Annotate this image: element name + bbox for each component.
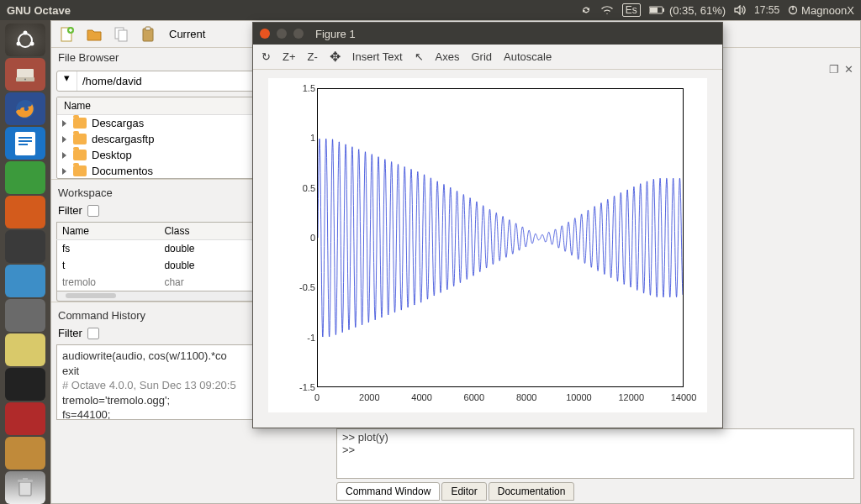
svg-rect-17 [19,482,31,496]
axes-button[interactable]: Axes [436,50,460,63]
folder-icon [73,165,87,176]
window-close-icon[interactable] [260,29,270,39]
launcher-impress[interactable] [5,196,45,228]
expand-icon[interactable] [62,152,66,159]
svg-rect-23 [119,30,127,41]
svg-rect-18 [18,480,33,482]
file-name: descargasftp [92,133,154,145]
insert-text-button[interactable]: Insert Text [352,50,403,63]
rotate-icon[interactable]: ↻ [261,50,271,63]
pointer-icon[interactable]: ↖ [415,50,424,63]
expand-icon[interactable] [62,168,66,175]
launcher-app5[interactable] [5,368,45,401]
figure-window[interactable]: Figure 1 ↻ Z+ Z- ✥ Insert Text ↖ Axes Gr… [252,22,723,428]
paste-icon[interactable] [137,24,159,45]
svg-rect-19 [23,478,28,480]
figure-title: Figure 1 [315,28,356,40]
launcher-calc[interactable] [5,161,45,194]
window-maximize-icon[interactable] [293,29,304,39]
current-dir-label: Current [169,28,205,40]
launcher-app6[interactable] [5,402,45,435]
file-name: Descargas [92,117,144,129]
tab-documentation[interactable]: Documentation [489,482,575,501]
ytick-label: -1 [287,333,315,343]
grid-button[interactable]: Grid [471,50,492,63]
zoom-in-button[interactable]: Z+ [283,50,296,63]
xtick-label: 6000 [464,392,484,402]
launcher-app4[interactable] [5,333,45,366]
svg-point-6 [24,30,28,34]
document-tabs: Command WindowEditorDocumentation [336,482,574,501]
open-file-icon[interactable] [83,24,105,45]
unity-launcher [0,20,50,504]
app-title: GNU Octave [7,4,71,17]
svg-rect-14 [18,137,32,139]
ytick-label: -1.5 [287,382,315,392]
ytick-label: 1.5 [287,83,315,93]
svg-point-5 [18,34,32,47]
figure-toolbar: ↻ Z+ Z- ✥ Insert Text ↖ Axes Grid Autosc… [253,45,722,70]
copy-icon[interactable] [110,24,132,45]
launcher-writer[interactable] [5,127,45,160]
xtick-label: 8000 [516,392,536,402]
svg-rect-1 [663,8,664,12]
volume-icon[interactable] [734,5,746,15]
cmd-history-filter-checkbox[interactable] [87,328,99,339]
battery-text: (0:35, 61%) [669,4,726,17]
pan-icon[interactable]: ✥ [330,49,341,65]
battery-indicator[interactable]: (0:35, 61%) [649,4,726,17]
launcher-files[interactable] [5,58,45,91]
command-window[interactable]: >> plot(y)>> [336,428,854,479]
xtick-label: 14000 [671,392,697,402]
workspace-filter-label: Filter [58,204,82,217]
ytick-label: -0.5 [287,282,315,292]
system-menubar: GNU Octave Es (0:35, 61%) 17:55 MagnoonX [0,0,861,20]
svg-point-11 [24,78,26,80]
launcher-app3[interactable] [5,299,45,332]
svg-rect-16 [18,144,28,145]
ws-col-name[interactable]: Name [57,223,160,240]
xtick-label: 4000 [411,392,431,402]
window-minimize-icon[interactable] [277,29,287,39]
session-menu[interactable]: MagnoonX [788,4,854,17]
ytick-label: 0.5 [287,183,315,193]
clock[interactable]: 17:55 [754,4,779,16]
launcher-dash[interactable] [5,24,45,56]
file-name: Documentos [92,165,153,177]
xtick-label: 12000 [618,392,644,402]
expand-icon[interactable] [62,120,66,127]
folder-icon [73,150,87,160]
xtick-label: 10000 [566,392,592,402]
tab-editor[interactable]: Editor [441,482,486,501]
launcher-app2[interactable] [5,265,45,297]
autoscale-button[interactable]: Autoscale [504,50,552,63]
figure-titlebar[interactable]: Figure 1 [253,23,722,45]
new-file-icon[interactable] [56,24,78,45]
launcher-app1[interactable] [5,230,45,263]
plot-area[interactable]: -1.5-1-0.500.511.5 020004000600080001000… [268,78,707,412]
sync-icon[interactable] [580,4,592,16]
plot-axes [317,88,684,387]
ws-col-class[interactable]: Class [159,223,253,240]
launcher-firefox[interactable] [5,92,45,125]
launcher-app7[interactable] [5,437,45,470]
ytick-label: 0 [287,233,315,243]
user-name: MagnoonX [801,4,854,17]
folder-icon [73,134,87,144]
launcher-trash[interactable] [5,471,45,504]
svg-point-7 [30,41,34,45]
path-up-icon[interactable]: ▾ [57,71,77,91]
ytick-label: 1 [287,133,315,143]
tab-command-window[interactable]: Command Window [336,482,440,501]
expand-icon[interactable] [62,136,66,143]
xtick-label: 0 [314,392,320,402]
file-name: Desktop [92,149,132,161]
keyboard-layout[interactable]: Es [622,3,641,17]
zoom-out-button[interactable]: Z- [308,50,318,63]
plot-line [318,89,683,386]
svg-rect-2 [650,8,658,13]
xtick-label: 2000 [359,392,379,402]
wifi-icon[interactable] [600,5,614,15]
workspace-filter-checkbox[interactable] [87,205,99,217]
svg-rect-15 [18,140,32,142]
